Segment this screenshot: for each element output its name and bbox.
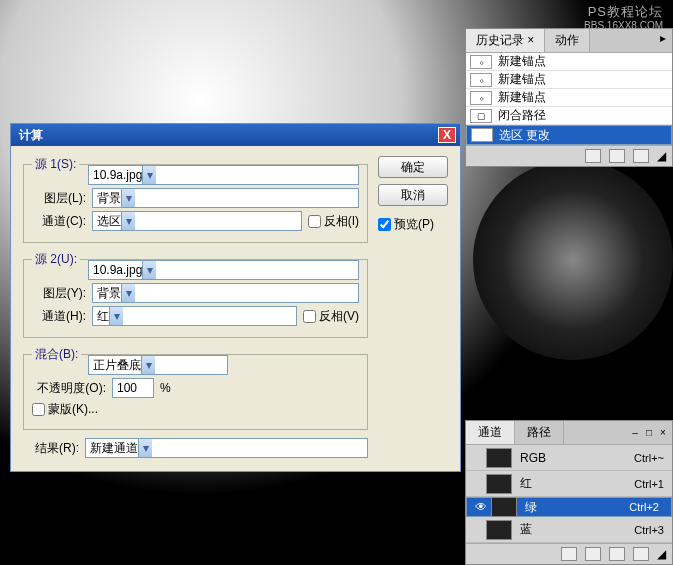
chevron-down-icon: ▾ [121,189,135,207]
anchor-icon: ⬦ [470,55,492,69]
blend-mode-select[interactable]: 正片叠底▾ [88,355,228,375]
history-row[interactable]: ⬦新建锚点 [466,71,672,89]
layer-label: 图层(Y): [32,285,86,302]
source2-group: 源 2(U): 10.9a.jpg▾ 图层(Y): 背景▾ 通道(H): 红▾ … [23,251,368,338]
preview-checkbox[interactable]: 预览(P) [378,216,448,233]
new-channel-icon[interactable] [609,547,625,561]
opacity-input[interactable] [112,378,154,398]
trash-icon[interactable] [633,149,649,163]
tab-channels[interactable]: 通道 [466,421,515,444]
close-icon[interactable]: X [438,127,456,143]
thumb-icon [486,474,512,494]
channel-row-red[interactable]: 红Ctrl+1 [466,471,672,497]
anchor-icon: ⬦ [470,73,492,87]
thumb-icon [491,497,517,517]
maximize-icon[interactable]: □ [644,428,654,438]
channels-panel: 通道 路径 – □ × RGBCtrl+~ 红Ctrl+1 👁绿Ctrl+2 蓝… [465,420,673,565]
source2-layer-select[interactable]: 背景▾ [92,283,359,303]
chevron-down-icon: ▾ [142,261,156,279]
dialog-titlebar[interactable]: 计算 X [11,124,460,146]
panel-menu-icon[interactable]: ▸ [654,29,672,52]
chevron-down-icon: ▾ [138,439,152,457]
result-label: 结果(R): [23,440,79,457]
tab-actions[interactable]: 动作 [545,29,590,52]
thumb-icon [486,520,512,540]
opacity-label: 不透明度(O): [32,380,106,397]
tab-history[interactable]: 历史记录 × [466,29,545,52]
history-row[interactable]: ⬦新建锚点 [466,89,672,107]
result-select[interactable]: 新建通道▾ [85,438,368,458]
percent-label: % [160,381,171,395]
channel-row-rgb[interactable]: RGBCtrl+~ [466,445,672,471]
history-row[interactable]: ▢闭合路径 [466,107,672,125]
history-row[interactable]: ⬦新建锚点 [466,53,672,71]
chevron-down-icon: ▾ [121,284,135,302]
panel-resize-icon[interactable]: ◢ [657,547,666,561]
path-icon: ▢ [470,109,492,123]
source1-file-select[interactable]: 10.9a.jpg▾ [88,165,359,185]
source2-file-select[interactable]: 10.9a.jpg▾ [88,260,359,280]
history-row[interactable]: ▦选区 更改 [466,125,672,145]
calculations-dialog: 计算 X 源 1(S): 10.9a.jpg▾ 图层(L): 背景▾ 通道(C)… [10,123,461,472]
channel-row-green[interactable]: 👁绿Ctrl+2 [466,497,672,517]
channel-row-blue[interactable]: 蓝Ctrl+3 [466,517,672,543]
chevron-down-icon: ▾ [109,307,123,325]
chevron-down-icon: ▾ [142,166,156,184]
chevron-down-icon: ▾ [141,356,155,374]
watermark: PS教程论坛 BBS.16XX8.COM [584,4,663,32]
anchor-icon: ⬦ [470,91,492,105]
trash-icon[interactable] [633,547,649,561]
dialog-title: 计算 [19,127,438,144]
source1-group: 源 1(S): 10.9a.jpg▾ 图层(L): 背景▾ 通道(C): 选区▾… [23,156,368,243]
channel-label: 通道(H): [32,308,86,325]
tab-paths[interactable]: 路径 [515,421,564,444]
invert2-checkbox[interactable]: 反相(V) [303,308,359,325]
layer-label: 图层(L): [32,190,86,207]
load-selection-icon[interactable] [561,547,577,561]
channel-label: 通道(C): [32,213,86,230]
new-icon[interactable] [609,149,625,163]
minimize-icon[interactable]: – [630,428,640,438]
panel-resize-icon[interactable]: ◢ [657,149,666,163]
invert1-checkbox[interactable]: 反相(I) [308,213,359,230]
blend-group: 混合(B): 正片叠底▾ 不透明度(O): % 蒙版(K)... [23,346,368,430]
close-icon[interactable]: × [527,33,534,47]
chevron-down-icon: ▾ [121,212,135,230]
snapshot-icon[interactable] [585,149,601,163]
cancel-button[interactable]: 取消 [378,184,448,206]
thumb-icon [486,448,512,468]
save-selection-icon[interactable] [585,547,601,561]
ok-button[interactable]: 确定 [378,156,448,178]
selection-icon: ▦ [471,128,493,142]
history-panel: 历史记录 × 动作 ▸ ⬦新建锚点 ⬦新建锚点 ⬦新建锚点 ▢闭合路径 ▦选区 … [465,28,673,167]
close-icon[interactable]: × [658,428,668,438]
source1-channel-select[interactable]: 选区▾ [92,211,302,231]
source2-channel-select[interactable]: 红▾ [92,306,297,326]
mask-checkbox[interactable]: 蒙版(K)... [32,401,98,418]
source1-layer-select[interactable]: 背景▾ [92,188,359,208]
eye-icon[interactable]: 👁 [471,500,491,514]
